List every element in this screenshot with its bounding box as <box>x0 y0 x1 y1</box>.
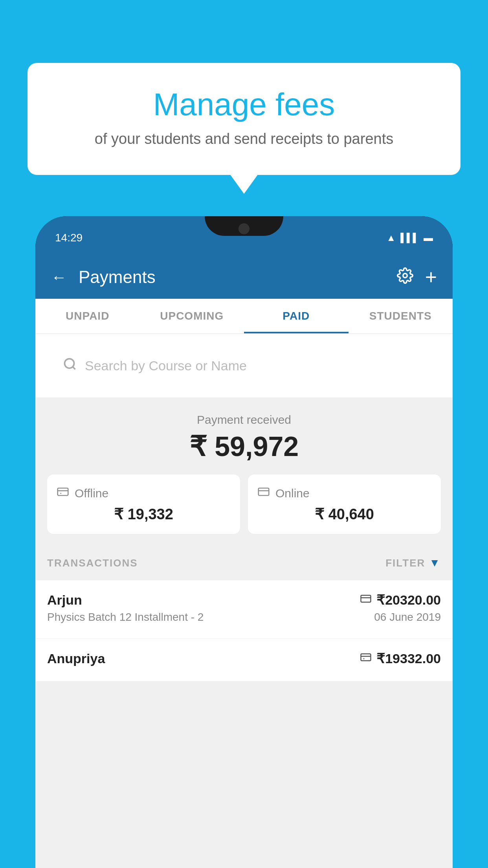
speech-bubble-container: Manage fees of your students and send re… <box>28 63 460 175</box>
offline-label: Offline <box>75 487 108 500</box>
payment-summary: Payment received ₹ 59,972 <box>35 397 453 546</box>
transaction-amount: ₹20320.00 <box>376 592 441 608</box>
filter-icon: ▼ <box>429 557 441 569</box>
search-bar[interactable]: Search by Course or Name <box>51 348 437 383</box>
svg-point-0 <box>403 273 407 278</box>
svg-rect-4 <box>361 595 371 602</box>
payment-cards: Offline ₹ 19,332 <box>47 474 441 534</box>
online-card: Online ₹ 40,640 <box>248 474 441 534</box>
online-amount: ₹ 40,640 <box>257 506 431 523</box>
transaction-item[interactable]: Anupriya ₹19332.00 <box>35 639 453 682</box>
transactions-header: TRANSACTIONS FILTER ▼ <box>35 546 453 580</box>
transaction-date: 06 June 2019 <box>374 611 441 623</box>
status-icons: ▲ ▌▌▌ ▬ <box>386 232 433 243</box>
online-label: Online <box>275 487 310 500</box>
svg-point-1 <box>65 359 74 368</box>
status-bar: 14:29 ▲ ▌▌▌ ▬ <box>35 216 453 256</box>
camera <box>238 223 250 234</box>
offline-amount: ₹ 19,332 <box>57 506 231 523</box>
tab-upcoming[interactable]: UPCOMING <box>140 299 244 333</box>
signal-icon: ▌▌▌ <box>400 233 419 243</box>
svg-rect-2 <box>58 488 68 496</box>
wifi-icon: ▲ <box>386 232 396 243</box>
svg-rect-5 <box>361 654 371 661</box>
transaction-amount-row: ₹20320.00 <box>360 592 441 608</box>
offline-payment-icon <box>360 651 372 666</box>
tab-paid[interactable]: PAID <box>244 299 349 333</box>
offline-icon <box>57 485 69 501</box>
online-icon <box>257 485 270 501</box>
search-placeholder: Search by Course or Name <box>85 358 247 373</box>
offline-card: Offline ₹ 19,332 <box>47 474 240 534</box>
filter-button[interactable]: FILTER ▼ <box>385 557 441 569</box>
status-time: 14:29 <box>55 232 83 244</box>
bubble-subtitle: of your students and send receipts to pa… <box>59 131 429 147</box>
phone-frame: 14:29 ▲ ▌▌▌ ▬ ← Payments <box>35 216 453 868</box>
app-header: ← Payments + <box>35 256 453 299</box>
online-payment-icon <box>360 593 372 607</box>
transaction-amount-row: ₹19332.00 <box>360 651 441 666</box>
transaction-amount: ₹19332.00 <box>376 651 441 666</box>
transactions-label: TRANSACTIONS <box>47 557 138 569</box>
add-icon[interactable]: + <box>425 265 437 289</box>
svg-rect-3 <box>259 488 269 496</box>
phone-content: UNPAID UPCOMING PAID STUDENTS Search by … <box>35 299 453 868</box>
battery-icon: ▬ <box>424 232 433 243</box>
transaction-item[interactable]: Arjun ₹20320.00 Physics Batch 12 Install… <box>35 580 453 639</box>
back-button[interactable]: ← <box>51 268 67 286</box>
settings-icon[interactable] <box>397 267 413 287</box>
page-title: Payments <box>79 267 385 287</box>
tab-unpaid[interactable]: UNPAID <box>35 299 140 333</box>
tab-students[interactable]: STUDENTS <box>349 299 453 333</box>
student-name: Anupriya <box>47 651 105 666</box>
payment-received-label: Payment received <box>47 413 441 427</box>
bubble-title: Manage fees <box>59 86 429 123</box>
tabs: UNPAID UPCOMING PAID STUDENTS <box>35 299 453 334</box>
search-icon <box>63 357 77 375</box>
course-info: Physics Batch 12 Installment - 2 <box>47 611 204 623</box>
speech-bubble: Manage fees of your students and send re… <box>28 63 460 175</box>
header-actions: + <box>397 265 437 289</box>
filter-label: FILTER <box>385 557 425 569</box>
payment-total-amount: ₹ 59,972 <box>47 430 441 463</box>
student-name: Arjun <box>47 592 82 608</box>
